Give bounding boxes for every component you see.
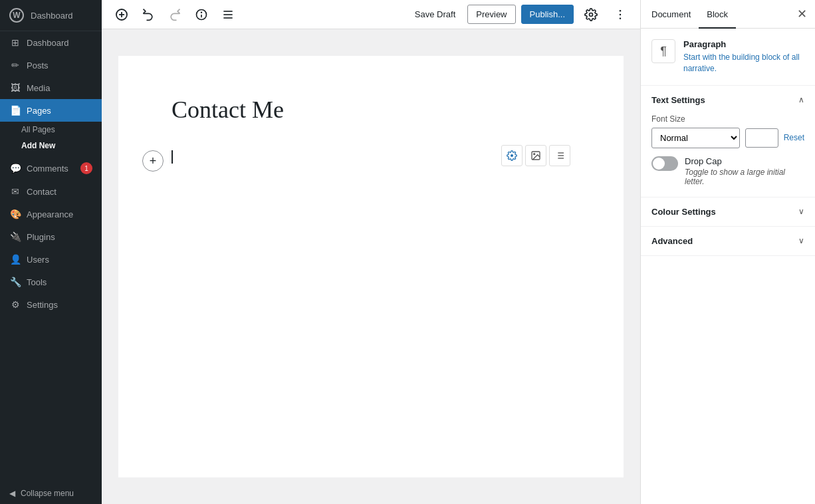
- comments-icon: 💬: [9, 163, 21, 174]
- sidebar-logo[interactable]: W Dashboard: [0, 0, 102, 31]
- settings-toggle-button[interactable]: [579, 3, 603, 27]
- add-block-inline-button[interactable]: +: [142, 150, 164, 172]
- font-size-label: Font Size: [651, 114, 804, 124]
- sidebar-item-comments[interactable]: 💬 Comments 1: [0, 156, 102, 180]
- drop-cap-toggle[interactable]: [651, 156, 678, 171]
- block-info: ¶ Paragraph Start with the building bloc…: [641, 29, 815, 86]
- toggle-knob: [653, 158, 665, 170]
- panel-close-button[interactable]: ✕: [791, 3, 812, 25]
- publish-button[interactable]: Publish...: [521, 5, 574, 24]
- block-desc-prefix: Start with the building block of all: [683, 53, 800, 62]
- list-view-button[interactable]: [216, 3, 240, 27]
- plugins-icon: 🔌: [9, 231, 21, 242]
- font-size-row: Normal Small Medium Large Huge Reset: [651, 128, 804, 148]
- preview-button[interactable]: Preview: [467, 5, 515, 24]
- right-panel: Document Block ✕ ¶ Paragraph Start with …: [640, 0, 815, 504]
- block-list-button[interactable]: [549, 145, 570, 166]
- sidebar-item-label: Plugins: [27, 232, 55, 242]
- svg-point-10: [620, 9, 622, 11]
- font-size-reset-button[interactable]: Reset: [784, 133, 804, 142]
- toolbar-right: Save Draft Preview Publish...: [408, 3, 632, 27]
- sidebar-item-dashboard[interactable]: ⊞ Dashboard: [0, 31, 102, 54]
- svg-point-11: [620, 13, 622, 15]
- settings-icon: ⚙: [9, 299, 21, 310]
- sidebar-item-label: Settings: [27, 300, 58, 310]
- more-options-button[interactable]: [608, 3, 632, 27]
- undo-button[interactable]: [136, 3, 160, 27]
- sidebar-item-label: Appearance: [27, 209, 73, 219]
- sidebar-item-appearance[interactable]: 🎨 Appearance: [0, 203, 102, 225]
- tab-document[interactable]: Document: [643, 0, 699, 29]
- block-settings-button[interactable]: [501, 145, 523, 166]
- tools-icon: 🔧: [9, 277, 21, 287]
- sidebar-logo-label: Dashboard: [31, 11, 73, 21]
- panel-tabs: Document Block ✕: [641, 0, 815, 29]
- save-draft-button[interactable]: Save Draft: [408, 5, 462, 23]
- sidebar-item-label: Contact: [27, 187, 57, 197]
- sidebar-item-label: Comments: [27, 164, 68, 174]
- tab-block[interactable]: Block: [699, 0, 736, 29]
- sidebar-item-contact[interactable]: ✉ Contact: [0, 180, 102, 203]
- block-info-text: Paragraph Start with the building block …: [683, 39, 804, 74]
- text-settings-title: Text Settings: [651, 95, 705, 105]
- info-button[interactable]: [189, 3, 213, 27]
- sidebar-item-label: Media: [27, 83, 50, 93]
- advanced-chevron: ∨: [798, 236, 804, 245]
- text-settings-body: Font Size Normal Small Medium Large Huge…: [641, 114, 815, 197]
- drop-cap-label: Drop Cap: [685, 156, 804, 166]
- advanced-header[interactable]: Advanced ∨: [641, 227, 815, 255]
- sidebar-item-plugins[interactable]: 🔌 Plugins: [0, 225, 102, 248]
- svg-point-12: [620, 17, 622, 19]
- main-area: Save Draft Preview Publish... Contact Me…: [102, 0, 640, 504]
- posts-icon: ✏: [9, 60, 21, 70]
- pages-icon: 📄: [9, 105, 21, 116]
- comments-badge: 1: [80, 162, 92, 174]
- colour-settings-chevron: ∨: [798, 207, 804, 216]
- editor-canvas: Contact Me +: [118, 56, 624, 477]
- font-size-select[interactable]: Normal Small Medium Large Huge: [651, 128, 740, 148]
- editor-toolbar: Save Draft Preview Publish...: [102, 0, 640, 29]
- collapse-menu-button[interactable]: ◀ Collapse menu: [0, 483, 102, 504]
- text-settings-section: Text Settings ∧ Font Size Normal Small M…: [641, 86, 815, 197]
- advanced-title: Advanced: [651, 236, 693, 246]
- block-desc-suffix: narrative.: [683, 64, 717, 73]
- sidebar-item-label: Pages: [27, 106, 51, 116]
- paragraph-icon: ¶: [651, 39, 675, 63]
- users-icon: 👤: [9, 254, 21, 265]
- sidebar-sub-all-pages[interactable]: All Pages: [0, 122, 102, 138]
- add-block-toolbar-button[interactable]: [110, 3, 134, 27]
- drop-cap-text: Drop Cap Toggle to show a large initial …: [685, 156, 804, 186]
- editor-area[interactable]: Contact Me +: [102, 29, 640, 504]
- text-settings-chevron: ∧: [798, 95, 804, 104]
- sidebar-item-label: Posts: [27, 61, 49, 70]
- block-image-button[interactable]: [525, 145, 546, 166]
- sidebar-item-label: Dashboard: [27, 38, 69, 48]
- svg-point-13: [511, 154, 513, 157]
- media-icon: 🖼: [9, 82, 21, 93]
- page-title[interactable]: Contact Me: [172, 96, 570, 124]
- sidebar-item-settings[interactable]: ⚙ Settings: [0, 293, 102, 316]
- font-size-custom-input[interactable]: [745, 128, 778, 148]
- sidebar-item-pages[interactable]: 📄 Pages: [0, 99, 102, 122]
- block-toolbar: [501, 145, 570, 166]
- advanced-section: Advanced ∨: [641, 227, 815, 256]
- sidebar-item-label: Users: [27, 255, 49, 265]
- drop-cap-description: Toggle to show a large initial letter.: [685, 168, 804, 186]
- collapse-icon: ◀: [9, 489, 15, 498]
- sidebar-sub-add-new[interactable]: Add New: [0, 138, 102, 154]
- sidebar-item-posts[interactable]: ✏ Posts: [0, 54, 102, 76]
- wordpress-icon: W: [9, 8, 24, 23]
- colour-settings-title: Colour Settings: [651, 207, 716, 217]
- colour-settings-header[interactable]: Colour Settings ∨: [641, 197, 815, 226]
- block-description: Start with the building block of all nar…: [683, 52, 804, 74]
- colour-settings-section: Colour Settings ∨: [641, 197, 815, 227]
- collapse-label: Collapse menu: [21, 489, 74, 498]
- svg-point-15: [534, 154, 535, 155]
- sidebar-item-users[interactable]: 👤 Users: [0, 248, 102, 271]
- text-cursor: [172, 150, 173, 164]
- text-settings-header[interactable]: Text Settings ∧: [641, 86, 815, 114]
- pages-submenu: All Pages Add New: [0, 122, 102, 156]
- sidebar-item-tools[interactable]: 🔧 Tools: [0, 271, 102, 293]
- redo-button[interactable]: [163, 3, 187, 27]
- sidebar-item-media[interactable]: 🖼 Media: [0, 76, 102, 99]
